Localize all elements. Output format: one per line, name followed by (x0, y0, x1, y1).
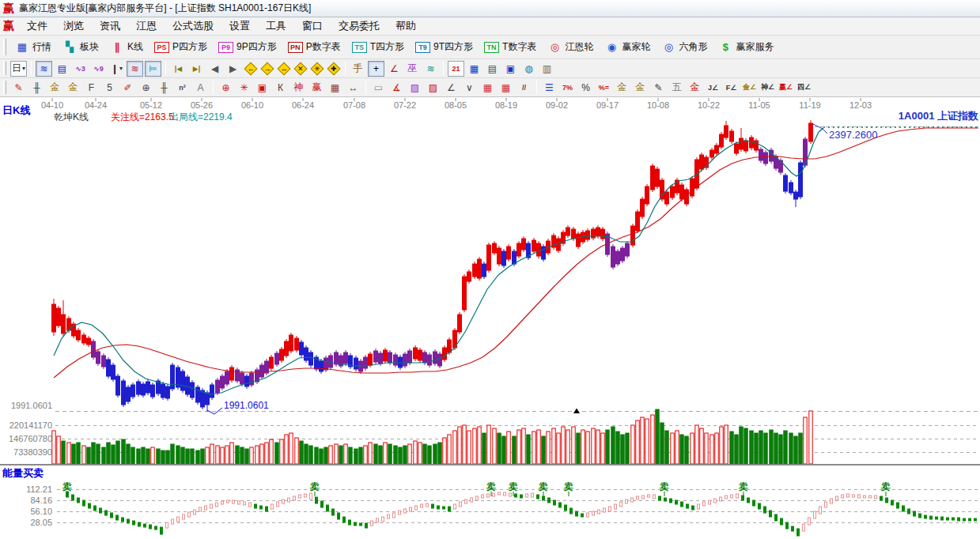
save-web-button[interactable]: ◍ (520, 61, 537, 77)
shen-grid-tool[interactable]: 神 (290, 80, 307, 96)
volume-profile-button[interactable]: ⊨ (145, 61, 161, 77)
gold-underline-tool[interactable]: 金 (687, 80, 703, 96)
save-button[interactable]: ▣ (502, 61, 519, 77)
win-angle-tool[interactable]: 赢∠ (778, 80, 794, 96)
exit-line-label: 出局线=2219.4 (169, 111, 233, 122)
main-chart[interactable]: 04-1004-2405-1205-2606-1006-2407-0807-22… (0, 97, 980, 539)
measure-tool[interactable]: ↔ (345, 80, 361, 96)
expand-x-button[interactable]: → (260, 62, 274, 75)
cup-tool[interactable]: 五 (668, 80, 685, 96)
marker-pen-tool[interactable]: ✐ (119, 80, 136, 96)
notes-button[interactable]: ▤ (484, 61, 501, 77)
menu-1[interactable]: 文件 (19, 17, 55, 35)
gann-wheel-button[interactable]: ◎江恩轮 (542, 39, 599, 55)
four-angle-tool[interactable]: 四∠ (796, 80, 812, 96)
n-square-tool[interactable]: n² (174, 80, 191, 96)
gold-angle-tool[interactable]: 金∠ (741, 80, 758, 96)
winner-wheel-button[interactable]: ◉赢家轮 (599, 39, 656, 55)
workstation-button[interactable]: ▥ (539, 61, 555, 77)
gold-circle-tool[interactable]: 金 (614, 80, 630, 96)
gold-hatch-tool-2[interactable]: 金 (65, 80, 81, 96)
percent-lines-tool[interactable]: %= (596, 80, 612, 96)
menu-8[interactable]: 窗口 (294, 17, 331, 35)
angle-ruler-tool[interactable]: A (192, 80, 209, 96)
expand-both-button[interactable]: ↔ (277, 62, 290, 75)
parallel-lines-tool[interactable]: // (516, 80, 532, 96)
cup-icon: 五 (672, 81, 682, 94)
next-button[interactable]: ▶ (225, 61, 241, 77)
p-digit-button[interactable]: PNP数字表 (282, 39, 346, 55)
candle-style-button[interactable]: ❙▾ (108, 61, 125, 77)
gann-map-button[interactable]: 巫 (404, 61, 421, 77)
circle-grid-tool[interactable]: ⊕ (138, 80, 154, 96)
j-angle-tool[interactable]: J∠ (705, 80, 721, 96)
red-grid-tool-1[interactable]: ▦ (479, 80, 496, 96)
numbered-grid-tool[interactable]: ▦ (327, 80, 343, 96)
hatch-grid-tool[interactable]: ╫ (28, 80, 45, 96)
kline-button[interactable]: ∥K线 (104, 39, 149, 55)
angle-compass-button[interactable]: ∠ (386, 61, 403, 77)
gann-fan-tool[interactable]: ∡ (388, 80, 405, 96)
gold-lines-tool[interactable]: 金 (632, 80, 649, 96)
first-page-button[interactable]: |◀ (170, 61, 187, 77)
menu-2[interactable]: 浏览 (55, 17, 92, 35)
price-bars-tool[interactable]: ☰ (541, 80, 558, 96)
gold-hatch-tool-1[interactable]: 金 (47, 80, 63, 96)
menu-10[interactable]: 帮助 (388, 17, 424, 35)
crosshair-button[interactable]: + (368, 61, 384, 77)
wave9-button[interactable]: ∿9 (90, 61, 107, 77)
last-page-button[interactable]: ▶| (188, 61, 205, 77)
s-hatch-tool[interactable]: 5 (101, 80, 118, 96)
t-square-button[interactable]: TST四方形 (346, 39, 410, 55)
shrink-x-button[interactable]: ← (244, 62, 257, 75)
gann-scribble-red-button[interactable]: ≋ (127, 61, 143, 77)
box-tool[interactable]: ▭ (370, 80, 387, 96)
menu-3[interactable]: 资讯 (92, 17, 128, 35)
sectors-button[interactable]: ▚板块 (57, 39, 104, 55)
t-digit-button[interactable]: TNT数字表 (479, 39, 542, 55)
winner-service-button[interactable]: $赢家服务 (713, 39, 779, 55)
win-grid-tool[interactable]: 赢 (308, 80, 325, 96)
numbered-grid-icon: ▦ (331, 82, 339, 93)
zigzag-tool[interactable]: ∨ (461, 80, 478, 96)
menu-7[interactable]: 工具 (258, 17, 294, 35)
menu-4[interactable]: 江恩 (128, 17, 165, 35)
info-list-button[interactable]: ▤ (54, 61, 70, 77)
calculator-button[interactable]: ▦ (466, 61, 482, 77)
draw-pen-tool[interactable]: ✎ (10, 80, 27, 96)
fan-box-red-tool[interactable]: ▨ (425, 80, 441, 96)
pan-hand-button[interactable]: 手 (350, 61, 366, 77)
scribble-teal-button[interactable]: ≋ (422, 61, 439, 77)
calendar-button[interactable]: 21 (448, 61, 464, 77)
red-target-tool[interactable]: ⊕ (218, 80, 234, 96)
hatch-grid-tool-2[interactable]: ╫ (156, 80, 172, 96)
prev-button[interactable]: ◀ (206, 61, 223, 77)
menu-9[interactable]: 交易委托 (331, 17, 388, 35)
red-grid-tool-2[interactable]: ▦ (498, 80, 514, 96)
f-hatch-tool[interactable]: F (83, 80, 100, 96)
pen-number-tool[interactable]: ✎ (650, 80, 667, 96)
quotes-button[interactable]: ▦行情 (9, 39, 57, 55)
gann-scribble-blue-button[interactable]: ≋ (36, 61, 52, 77)
toolbar-button-label: P数字表 (306, 40, 341, 54)
starburst-tool[interactable]: ✳ (236, 80, 252, 96)
percent-tool[interactable]: % (577, 80, 594, 96)
angle-pen-tool[interactable]: ∠ (443, 80, 460, 96)
9p-square-button[interactable]: P99P四方形 (213, 39, 282, 55)
fit-all-button[interactable]: ✚ (327, 62, 340, 75)
hexagon-button[interactable]: ◎六角形 (656, 39, 713, 55)
shen-angle-tool[interactable]: 神∠ (759, 80, 776, 96)
period-day-button[interactable]: 日▾ (10, 61, 27, 77)
p-square-button[interactable]: PSP四方形 (149, 39, 213, 55)
grid-target-tool[interactable]: ▣ (254, 80, 271, 96)
menu-6[interactable]: 设置 (221, 17, 258, 35)
fan-box-purple-tool[interactable]: ▨ (407, 80, 423, 96)
compress-button[interactable]: ✕ (293, 62, 307, 75)
wave3-button[interactable]: ∿3 (72, 61, 89, 77)
f-angle-tool[interactable]: F∠ (723, 80, 740, 96)
menu-5[interactable]: 公式选股 (165, 17, 221, 35)
k-marker-tool[interactable]: К (272, 80, 289, 96)
percent-line-tool[interactable]: 7% (559, 80, 576, 96)
reset-zoom-button[interactable]: ✳ (310, 62, 324, 75)
9t-square-button[interactable]: T99T四方形 (410, 39, 479, 55)
